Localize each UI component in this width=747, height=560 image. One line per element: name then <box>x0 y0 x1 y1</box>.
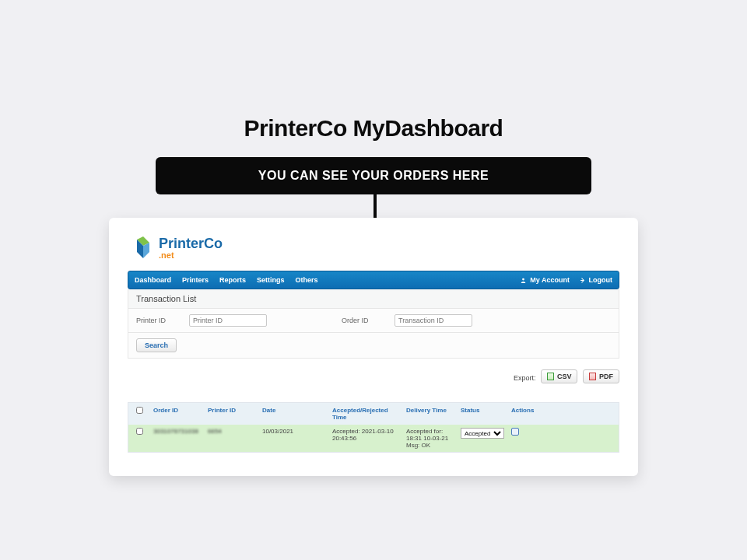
svg-point-3 <box>522 278 524 281</box>
nav-dashboard[interactable]: Dashboard <box>135 276 171 284</box>
csv-icon <box>547 373 554 380</box>
filter-row: Printer ID Order ID <box>128 309 619 333</box>
logout-label: Logout <box>589 276 613 284</box>
nav-logout[interactable]: Logout <box>579 276 612 284</box>
nav-reports[interactable]: Reports <box>219 276 246 284</box>
status-select[interactable]: Accepted <box>461 428 504 439</box>
logo-mark-icon <box>132 235 154 260</box>
cell-order-id: 3031078731038 <box>150 425 205 452</box>
nav-others[interactable]: Others <box>296 276 318 284</box>
logo: PrinterCo .net <box>128 232 619 271</box>
nav-settings[interactable]: Settings <box>257 276 285 284</box>
pdf-icon <box>589 373 596 380</box>
cell-actions <box>508 425 543 452</box>
table-header-row: Order ID Printer ID Date Accepted/Reject… <box>128 403 619 425</box>
select-all-checkbox[interactable] <box>136 407 143 414</box>
row-checkbox[interactable] <box>136 428 143 435</box>
transactions-table: Order ID Printer ID Date Accepted/Reject… <box>128 402 619 453</box>
section-title: Transaction List <box>128 289 619 309</box>
my-account-label: My Account <box>530 276 570 284</box>
export-label: Export: <box>514 374 536 382</box>
col-printer-id[interactable]: Printer ID <box>205 403 259 425</box>
search-button[interactable]: Search <box>136 338 177 352</box>
col-order-id[interactable]: Order ID <box>150 403 205 425</box>
action-button[interactable] <box>511 428 519 436</box>
callout-bar: YOU CAN SEE YOUR ORDERS HERE <box>156 157 591 194</box>
col-date[interactable]: Date <box>259 403 329 425</box>
page-title: PrinterCo MyDashboard <box>0 115 747 142</box>
nav-printers[interactable]: Printers <box>182 276 209 284</box>
logout-icon <box>579 278 584 283</box>
cell-status: Accepted <box>458 425 508 452</box>
logo-brand: PrinterCo <box>159 236 223 252</box>
accepted-line-1: Accepted: 2021-03-10 <box>332 428 400 435</box>
col-status[interactable]: Status <box>458 403 508 425</box>
printer-id-input[interactable] <box>189 314 267 327</box>
col-actions[interactable]: Actions <box>508 403 543 425</box>
cell-date: 10/03/2021 <box>259 425 329 452</box>
cell-delivery: Accepted for: 18:31 10-03-21 Msg: OK <box>403 425 458 452</box>
nav-my-account[interactable]: My Account <box>521 276 570 284</box>
order-id-input[interactable] <box>395 314 472 327</box>
export-csv-button[interactable]: CSV <box>541 369 578 383</box>
user-icon <box>521 278 526 283</box>
export-csv-label: CSV <box>557 373 572 380</box>
export-pdf-label: PDF <box>599 373 613 380</box>
navbar: Dashboard Printers Reports Settings Othe… <box>128 271 619 289</box>
printer-id-label: Printer ID <box>136 317 175 324</box>
cell-accepted: Accepted: 2021-03-10 20:43:56 <box>329 425 403 452</box>
col-delivery[interactable]: Delivery Time <box>403 403 458 425</box>
export-row: Export: CSV PDF <box>128 359 619 388</box>
delivery-line-1: Accepted for: 18:31 10-03-21 <box>406 428 454 442</box>
col-accepted-rejected[interactable]: Accepted/Rejected Time <box>329 403 403 425</box>
table-row: 3031078731038 6654 10/03/2021 Accepted: … <box>128 425 619 452</box>
order-id-label: Order ID <box>342 317 381 324</box>
accepted-line-2: 20:43:56 <box>332 435 400 442</box>
callout-text: YOU CAN SEE YOUR ORDERS HERE <box>258 169 489 183</box>
cell-printer-id: 6654 <box>205 425 259 452</box>
delivery-line-2: Msg: OK <box>406 442 454 449</box>
export-pdf-button[interactable]: PDF <box>583 369 619 383</box>
dashboard-card: PrinterCo .net Dashboard Printers Report… <box>109 218 638 476</box>
